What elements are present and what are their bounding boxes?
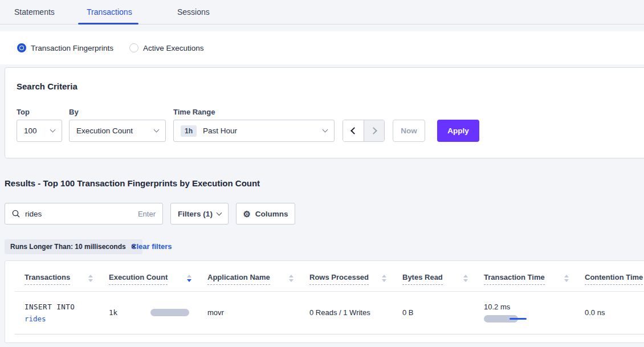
transaction-time-value: 10.2 ms: [484, 303, 585, 311]
column-header-transactions[interactable]: Transactions: [25, 273, 109, 285]
clear-filters-link[interactable]: Clear filters: [131, 242, 172, 251]
active-tab-underline: [78, 23, 138, 25]
filter-pill-label: Runs Longer Than: 10 milliseconds: [10, 243, 126, 251]
cell-application-name: movr: [207, 308, 309, 317]
radio-unselected-icon: [129, 43, 138, 52]
radio-label: Active Executions: [143, 44, 204, 52]
search-criteria-card: Search Criteria Top By Time Range 100 Ex…: [5, 67, 644, 158]
cell-contention-time: 0.0 ns: [585, 308, 644, 317]
transaction-time-bar: [484, 315, 529, 322]
time-range-select[interactable]: 1h Past Hour: [173, 120, 335, 142]
stddev-line: [510, 318, 527, 320]
radio-selected-icon: [17, 43, 26, 52]
by-select[interactable]: Execution Count: [69, 120, 166, 142]
chevron-left-icon: [350, 127, 358, 134]
row-divider: [15, 334, 644, 334]
page-tabs: Statements Transactions Sessions: [0, 0, 644, 25]
chevron-down-icon: [154, 127, 160, 133]
tab-sessions[interactable]: Sessions: [177, 0, 210, 24]
sort-icon[interactable]: [463, 275, 468, 282]
tab-statements[interactable]: Statements: [14, 0, 55, 24]
now-button[interactable]: Now: [393, 120, 425, 142]
top-select[interactable]: 100: [17, 120, 62, 142]
search-criteria-title: Search Criteria: [17, 81, 78, 91]
column-header-execution-count[interactable]: Execution Count: [109, 273, 207, 285]
column-header-contention-time[interactable]: Contention Time: [585, 273, 644, 285]
sort-icon[interactable]: [382, 275, 386, 282]
gear-icon: ⚙: [243, 210, 250, 218]
chevron-down-icon: [50, 127, 56, 133]
filter-pill: Runs Longer Than: 10 milliseconds ✕: [5, 239, 142, 254]
radio-active-executions[interactable]: Active Executions: [129, 43, 204, 52]
table-row[interactable]: INSERT INTO rides 1k movr 0 Reads / 1 Wr…: [25, 291, 644, 334]
by-select-value: Execution Count: [76, 126, 133, 135]
transaction-link[interactable]: rides: [25, 315, 109, 323]
radio-transaction-fingerprints[interactable]: Transaction Fingerprints: [17, 43, 113, 52]
top-select-value: 100: [24, 126, 37, 135]
time-range-arrows: [343, 120, 385, 142]
execution-count-value: 1k: [109, 308, 117, 317]
table-header-row: Transactions Execution Count Application…: [25, 273, 644, 285]
results-table: Transactions Execution Count Application…: [5, 260, 644, 343]
cell-bytes-read: 0 B: [402, 308, 484, 317]
time-range-badge: 1h: [181, 125, 197, 137]
filters-button-label: Filters (1): [178, 210, 213, 218]
columns-button-label: Columns: [255, 210, 288, 218]
sort-icon[interactable]: [289, 275, 294, 282]
previous-time-button[interactable]: [343, 120, 364, 141]
transactions-page: Statements Transactions Sessions Transac…: [0, 0, 644, 347]
sql-text: INSERT INTO: [25, 303, 109, 311]
apply-button[interactable]: Apply: [437, 120, 479, 142]
cell-transaction-fingerprint: INSERT INTO rides: [25, 303, 109, 323]
enter-hint: Enter: [138, 210, 156, 218]
time-range-label: Time Range: [173, 108, 215, 116]
execution-count-bar: [150, 309, 189, 316]
column-header-bytes-read[interactable]: Bytes Read: [402, 273, 484, 285]
chevron-right-icon: [370, 127, 377, 134]
view-mode-bar: Transaction Fingerprints Active Executio…: [0, 31, 644, 64]
top-label: Top: [17, 108, 30, 116]
next-time-button[interactable]: [364, 120, 384, 141]
cell-execution-count: 1k: [109, 308, 207, 317]
cell-rows-processed: 0 Reads / 1 Writes: [309, 308, 402, 317]
by-label: By: [69, 108, 79, 116]
sort-icon[interactable]: [564, 275, 569, 282]
filters-button[interactable]: Filters (1): [170, 203, 229, 224]
columns-button[interactable]: ⚙ Columns: [236, 203, 295, 224]
tab-transactions[interactable]: Transactions: [87, 0, 132, 24]
search-input[interactable]: [25, 210, 138, 218]
sort-icon-active-desc[interactable]: [187, 275, 191, 282]
radio-label: Transaction Fingerprints: [31, 44, 113, 52]
chevron-down-icon: [216, 210, 222, 215]
sort-icon[interactable]: [88, 275, 93, 282]
time-range-value: Past Hour: [203, 126, 237, 135]
column-header-transaction-time[interactable]: Transaction Time: [484, 273, 585, 285]
search-icon: [12, 210, 20, 218]
results-title: Results - Top 100 Transaction Fingerprin…: [5, 178, 260, 188]
column-header-rows-processed[interactable]: Rows Processed: [309, 273, 402, 285]
cell-transaction-time: 10.2 ms: [484, 303, 585, 322]
results-search-box[interactable]: Enter: [5, 203, 163, 224]
column-header-application-name[interactable]: Application Name: [207, 273, 309, 285]
chevron-down-icon: [323, 127, 328, 133]
